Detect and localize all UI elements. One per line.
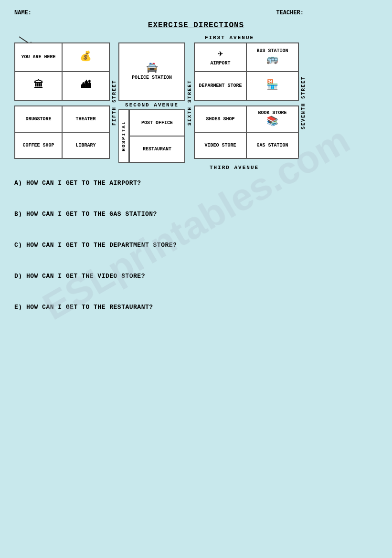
hospital-block: HOSPITAL POST OFFICE RESTAURANT — [118, 109, 185, 163]
seventh-street-container: SEVENTH STREET — [299, 42, 307, 163]
name-field: NAME: — [14, 10, 158, 16]
city-icon: 🏙 — [81, 80, 91, 91]
cell-theater: THEATER — [62, 106, 109, 132]
bus-icon: 🚌 — [266, 54, 278, 65]
block-airport: ✈ AIRPORT BUS STATION 🚌 DEPARMENT STORE — [194, 42, 299, 101]
map-outer: YOU ARE HERE 💰 🏛 🏙 — [14, 42, 378, 172]
questions-section: A) HOW CAN I GET TO THE AIRPORT? B) HOW … — [14, 179, 378, 311]
cell-store-icon: 🏪 — [246, 72, 298, 100]
cell-coffee-shop: COFFEE SHOP — [15, 132, 62, 158]
cell-you-are-here: YOU ARE HERE — [15, 43, 62, 72]
cell-shoes-shop: SHOES SHOP — [194, 106, 246, 132]
cell-library: LIBRARY — [62, 132, 109, 158]
teacher-underline — [306, 10, 378, 16]
seventh-street-label: SEVENTH STREET — [300, 74, 307, 132]
sixth-street-container: SIXTH STREET — [185, 42, 194, 163]
store-icon: 🏪 — [266, 80, 278, 91]
cell-money: 💰 — [62, 43, 109, 72]
fifth-street-label: FIFTH STREET — [111, 77, 118, 128]
question-a: A) HOW CAN I GET TO THE AIRPORT? — [14, 179, 378, 187]
block1-container: YOU ARE HERE 💰 🏛 🏙 — [14, 42, 110, 163]
airport-icon: ✈ — [217, 48, 223, 60]
cell-post-office: POST OFFICE — [129, 110, 185, 136]
block-shoes: SHOES SHOP BOOK STORE 📚 VIDEO STORE GAS … — [194, 105, 299, 159]
cell-gas-station: GAS STATION — [246, 132, 298, 158]
cell-department-store: DEPARMENT STORE — [194, 72, 246, 100]
cell-video-store: VIDEO STORE — [194, 132, 246, 158]
cell-building1: 🏛 — [15, 72, 62, 100]
book-icon: 📚 — [266, 116, 278, 127]
block4: DRUGSTORE THEATER COFFEE SHOP LIBRARY — [14, 105, 110, 159]
name-underline — [34, 10, 158, 16]
header: NAME: TEACHER: — [14, 10, 378, 16]
cell-restaurant: RESTAURANT — [129, 136, 185, 162]
cell-book-store: BOOK STORE 📚 — [246, 106, 298, 132]
question-b: B) HOW CAN I GET TO THE GAS STATION? — [14, 211, 378, 218]
question-e: E) HOW CAN I GET TO THE RESTAURANT? — [14, 304, 378, 311]
second-avenue-label: SECOND AVENUE — [118, 101, 185, 109]
building-icon: 🏛 — [34, 80, 43, 91]
block-police: 🚔 POLICE STATION — [118, 42, 185, 101]
right-column: ✈ AIRPORT BUS STATION 🚌 DEPARMENT STORE — [194, 42, 299, 163]
cell-police-station: 🚔 POLICE STATION — [119, 43, 185, 100]
middle-column: 🚔 POLICE STATION SECOND AVENUE HOSPITAL … — [118, 42, 185, 163]
sixth-street-label: SIXTH STREET — [186, 77, 193, 128]
third-avenue-label: THIRD AVENUE — [91, 163, 378, 172]
map-section: FIRST AVENUE YOU ARE HERE 💰 — [14, 34, 378, 172]
cell-drugstore: DRUGSTORE — [15, 106, 62, 132]
teacher-field: TEACHER: — [276, 10, 378, 16]
police-icon: 🚔 — [146, 63, 158, 74]
first-avenue-label: FIRST AVENUE — [81, 34, 378, 41]
cell-airport: ✈ AIRPORT — [194, 43, 246, 72]
post-rest-block: POST OFFICE RESTAURANT — [129, 109, 185, 163]
teacher-label: TEACHER: — [276, 10, 304, 16]
block1: YOU ARE HERE 💰 🏛 🏙 — [14, 42, 110, 101]
question-d: D) HOW CAN I GET THE VIDEO STORE? — [14, 273, 378, 280]
name-label: NAME: — [14, 10, 32, 16]
cell-city: 🏙 — [62, 72, 109, 100]
money-icon: 💰 — [80, 51, 92, 63]
cell-bus-station: BUS STATION 🚌 — [246, 43, 298, 72]
question-c: C) HOW CAN I GET TO THE DEPARTMENT STORE… — [14, 242, 378, 249]
fifth-street-container: FIFTH STREET — [110, 42, 118, 163]
page-title: EXERCISE DIRECTIONS — [14, 21, 378, 30]
hospital-label: HOSPITAL — [118, 109, 129, 163]
